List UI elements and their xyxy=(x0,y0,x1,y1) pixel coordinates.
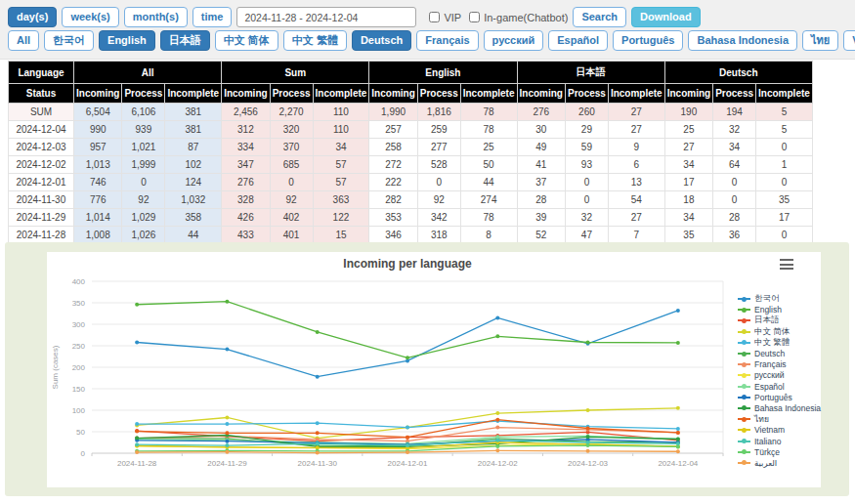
table-cell: 34 xyxy=(664,156,712,174)
table-cell: 0 xyxy=(122,174,165,191)
table-header-cell: Incoming xyxy=(664,84,712,104)
period-button-0[interactable]: day(s) xyxy=(8,7,57,27)
svg-text:2024-11-29: 2024-11-29 xyxy=(207,459,247,468)
filter-checkbox-1[interactable] xyxy=(469,12,480,22)
table-cell: 54 xyxy=(608,191,664,209)
legend-label: русский xyxy=(754,370,785,380)
table-cell: 5 xyxy=(756,121,813,139)
svg-text:100: 100 xyxy=(72,406,86,415)
table-cell: 282 xyxy=(369,191,417,209)
table-cell: 685 xyxy=(270,156,313,174)
table-cell: 1,013 xyxy=(74,156,122,174)
language-button-11[interactable]: Bahasa Indonesia xyxy=(688,30,797,51)
table-cell: 27 xyxy=(608,104,664,121)
svg-text:2024-12-04: 2024-12-04 xyxy=(658,459,698,468)
legend-label: Deutsch xyxy=(754,349,785,358)
legend-item-0[interactable]: 한국어 xyxy=(738,294,821,304)
svg-text:200: 200 xyxy=(72,363,86,372)
filter-checkbox-0[interactable] xyxy=(429,12,440,22)
legend-item-12[interactable]: Vietnam xyxy=(738,425,821,435)
language-button-3[interactable]: 日本語 xyxy=(160,30,210,51)
legend-marker xyxy=(738,407,750,409)
period-button-2[interactable]: month(s) xyxy=(124,7,188,27)
table-cell: 328 xyxy=(222,191,270,209)
table-header-cell: Sum xyxy=(222,62,369,84)
language-button-5[interactable]: 中文 繁體 xyxy=(283,30,347,51)
table-cell: 29 xyxy=(565,121,608,139)
legend-item-13[interactable]: Italiano xyxy=(738,436,821,445)
checkbox-text: VIP xyxy=(444,12,461,23)
legend-item-6[interactable]: Français xyxy=(738,359,821,369)
table-cell: 347 xyxy=(222,156,270,174)
svg-text:Incoming per language: Incoming per language xyxy=(343,257,472,271)
table-cell: 0 xyxy=(565,174,608,191)
legend-item-11[interactable]: ไทย xyxy=(738,414,821,424)
language-button-9[interactable]: Español xyxy=(548,30,608,51)
language-button-7[interactable]: Français xyxy=(416,30,478,51)
table-cell: 92 xyxy=(122,191,165,209)
legend-marker xyxy=(738,386,750,388)
legend-item-8[interactable]: Español xyxy=(738,382,821,392)
table-cell: 32 xyxy=(565,209,608,227)
legend-label: Português xyxy=(754,393,792,402)
table-cell: 49 xyxy=(517,139,565,156)
language-button-8[interactable]: русский xyxy=(484,30,544,51)
svg-text:300: 300 xyxy=(72,320,86,329)
legend-item-10[interactable]: Bahasa Indonesia xyxy=(738,403,821,413)
table-cell: 93 xyxy=(565,156,608,174)
date-range-input[interactable] xyxy=(236,7,416,27)
table-cell: 1,021 xyxy=(122,139,165,156)
table-cell: 1 xyxy=(756,156,813,174)
table-cell: 27 xyxy=(664,139,712,156)
toolbar: day(s)week(s)month(s)time VIPIn-game(Cha… xyxy=(0,0,855,60)
table-row: SUM6,5046,1063812,4562,2701101,9901,8167… xyxy=(9,104,813,121)
legend-item-9[interactable]: Português xyxy=(738,393,821,402)
table-cell: 957 xyxy=(74,139,122,156)
table-cell: 47 xyxy=(565,227,608,244)
table-cell: 222 xyxy=(369,174,417,191)
table-cell: 257 xyxy=(369,121,417,139)
table-cell: 64 xyxy=(713,156,756,174)
language-button-1[interactable]: 한국어 xyxy=(44,30,94,51)
legend-label: Español xyxy=(754,382,785,392)
table-row: 2024-12-039571,0218733437034258277254959… xyxy=(9,139,813,156)
legend-label: 한국어 xyxy=(754,293,780,305)
table-cell: 5 xyxy=(756,104,813,121)
period-row: day(s)week(s)month(s)time VIPIn-game(Cha… xyxy=(0,7,855,27)
table-cell: 7 xyxy=(608,227,664,244)
legend-item-7[interactable]: русский xyxy=(738,370,821,380)
language-button-13[interactable]: Vietnam xyxy=(843,30,855,51)
table-cell: 312 xyxy=(222,121,270,139)
legend-item-14[interactable]: Türkçe xyxy=(738,447,821,457)
table-cell: 2,270 xyxy=(270,104,313,121)
checkbox-label-1[interactable]: In-game(Chatbot) xyxy=(469,12,568,23)
legend-item-1[interactable]: English xyxy=(738,305,821,315)
table-cell: 35 xyxy=(664,227,712,244)
table-cell: 1,032 xyxy=(165,191,222,209)
table-cell: 57 xyxy=(313,174,369,191)
chart-menu-icon[interactable] xyxy=(780,259,793,270)
language-button-2[interactable]: English xyxy=(99,30,155,51)
table-cell: 990 xyxy=(74,121,122,139)
download-button[interactable]: Download xyxy=(631,7,701,27)
legend-item-15[interactable]: العربية xyxy=(738,458,821,468)
incoming-per-language-chart: Incoming per language0501001502002503003… xyxy=(47,252,735,486)
checkbox-label-0[interactable]: VIP xyxy=(429,12,461,23)
table-row-label: 2024-12-02 xyxy=(9,156,74,174)
period-button-1[interactable]: week(s) xyxy=(62,7,118,27)
search-button[interactable]: Search xyxy=(573,7,626,27)
legend-item-5[interactable]: Deutsch xyxy=(738,349,821,358)
legend-item-2[interactable]: 日本語 xyxy=(738,315,821,325)
language-button-4[interactable]: 中文 简体 xyxy=(215,30,278,51)
language-button-0[interactable]: All xyxy=(8,30,39,51)
legend-item-3[interactable]: 中文 简体 xyxy=(738,327,821,337)
table-header-cell: Incoming xyxy=(369,84,417,104)
legend-marker xyxy=(738,397,750,399)
language-button-6[interactable]: Deutsch xyxy=(352,30,411,51)
legend-item-4[interactable]: 中文 繁體 xyxy=(738,338,821,348)
language-button-10[interactable]: Português xyxy=(613,30,683,51)
svg-text:2024-11-28: 2024-11-28 xyxy=(117,459,157,468)
language-button-12[interactable]: ไทย xyxy=(802,30,838,51)
period-button-3[interactable]: time xyxy=(192,7,233,27)
table-header-cell: Process xyxy=(565,84,608,104)
